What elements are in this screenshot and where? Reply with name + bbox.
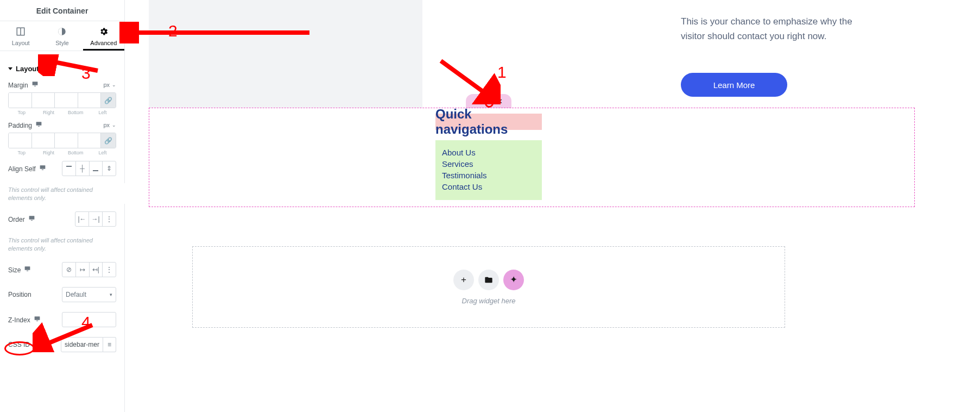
svg-rect-9 <box>29 216 34 220</box>
align-start[interactable] <box>62 161 76 176</box>
help-text-1: This control will affect contained eleme… <box>8 186 116 203</box>
section-layout-label: Layout <box>16 65 39 73</box>
margin-unit[interactable]: px⌄ <box>103 82 116 88</box>
desktop-icon[interactable] <box>34 315 41 322</box>
padding-bottom[interactable] <box>55 133 78 148</box>
quick-nav-list[interactable]: About Us Services Testimonials Contact U… <box>435 140 542 200</box>
learn-more-button[interactable]: Learn More <box>681 73 787 97</box>
svg-rect-11 <box>25 266 30 270</box>
lbl-top: Top <box>8 110 35 115</box>
lbl-bottom2: Bottom <box>62 150 90 155</box>
layout-icon <box>16 27 26 36</box>
tab-layout[interactable]: Layout <box>0 21 41 51</box>
padding-right[interactable] <box>32 133 55 148</box>
padding-unit[interactable]: px⌄ <box>103 122 116 128</box>
size-shrink[interactable]: ↤| <box>90 263 103 277</box>
cssid-input[interactable] <box>61 337 103 352</box>
position-label: Position <box>8 291 31 298</box>
svg-rect-7 <box>40 165 45 169</box>
size-none[interactable]: ⊘ <box>62 263 76 277</box>
svg-rect-10 <box>31 220 33 221</box>
desktop-icon[interactable] <box>31 80 39 88</box>
order-end[interactable]: →| <box>89 212 103 226</box>
close-icon[interactable]: ✕ <box>497 97 503 105</box>
zindex-label: Z-Index <box>8 315 41 324</box>
svg-rect-5 <box>36 122 42 126</box>
help-text-2: This control will affect contained eleme… <box>8 236 116 253</box>
padding-label: Padding <box>8 121 42 129</box>
size-options: ⊘ ↦ ↤| ⋮ <box>62 262 116 277</box>
annotation-oval-1 <box>484 96 494 108</box>
margin-link-icon[interactable]: 🔗 <box>101 93 116 108</box>
margin-left[interactable] <box>78 93 102 108</box>
add-widget-icon[interactable]: + <box>453 270 474 290</box>
image-placeholder[interactable] <box>149 0 422 108</box>
lbl-right2: Right <box>35 150 62 155</box>
nav-services[interactable]: Services <box>442 159 535 168</box>
nav-testimonials[interactable]: Testimonials <box>442 171 535 180</box>
order-start[interactable]: |← <box>75 212 89 226</box>
padding-inputs: 🔗 <box>8 133 116 148</box>
add-icon[interactable]: + <box>475 97 479 105</box>
drag-hint: Drag widget here <box>462 297 516 305</box>
widget-dropzone[interactable]: + ✦ Drag widget here <box>192 246 785 328</box>
promo-text[interactable]: This is your chance to emphasize why the… <box>681 14 855 43</box>
position-select[interactable]: Default▾ <box>62 287 116 302</box>
svg-rect-14 <box>36 320 38 321</box>
nav-about[interactable]: About Us <box>442 148 535 157</box>
quick-nav-heading[interactable]: Quick navigations <box>435 114 542 130</box>
annotation-1: 1 <box>497 63 507 82</box>
zindex-input[interactable] <box>62 312 116 327</box>
ai-icon[interactable]: ✦ <box>503 270 524 290</box>
svg-rect-8 <box>42 170 43 170</box>
align-end[interactable] <box>90 161 103 176</box>
size-grow[interactable]: ↦ <box>76 263 90 277</box>
align-center[interactable]: ┼ <box>76 161 90 176</box>
margin-label: Margin <box>8 80 39 89</box>
size-more[interactable]: ⋮ <box>103 263 116 277</box>
tab-advanced-label: Advanced <box>90 40 117 46</box>
size-label: Size <box>8 265 31 274</box>
svg-rect-13 <box>34 316 40 320</box>
alignself-label: Align Self <box>8 164 46 173</box>
tab-layout-label: Layout <box>12 40 30 46</box>
lbl-left2: Left <box>89 150 116 155</box>
svg-line-18 <box>441 61 489 96</box>
annotation-oval-4 <box>4 341 35 355</box>
desktop-icon[interactable] <box>24 265 31 272</box>
padding-top[interactable] <box>9 133 32 148</box>
align-stretch[interactable]: ⇕ <box>103 161 116 176</box>
caret-down-icon <box>8 67 12 70</box>
panel-title: Edit Container <box>0 0 124 21</box>
svg-rect-12 <box>27 270 28 271</box>
editor-canvas: This is your chance to emphasize why the… <box>125 0 980 412</box>
alignself-options: ┼ ⇕ <box>62 161 116 176</box>
order-label: Order <box>8 215 35 223</box>
tab-style-label: Style <box>55 40 68 46</box>
lbl-left: Left <box>89 110 116 115</box>
svg-rect-4 <box>34 86 36 86</box>
order-more[interactable]: ⋮ <box>103 212 116 226</box>
nav-contact[interactable]: Contact Us <box>442 182 535 191</box>
tab-advanced[interactable]: Advanced <box>83 21 124 51</box>
order-options: |← →| ⋮ <box>75 211 116 227</box>
dynamic-icon[interactable]: ≡ <box>103 337 116 352</box>
desktop-icon[interactable] <box>39 164 46 171</box>
margin-bottom[interactable] <box>55 93 78 108</box>
margin-inputs: 🔗 <box>8 92 116 108</box>
padding-link-icon[interactable]: 🔗 <box>101 133 116 148</box>
tab-style[interactable]: Style <box>41 21 83 51</box>
section-layout-toggle[interactable]: Layout <box>8 59 116 80</box>
panel-tabs: Layout Style Advanced <box>0 21 124 51</box>
folder-icon[interactable] <box>478 270 499 290</box>
desktop-icon[interactable] <box>28 215 35 222</box>
desktop-icon[interactable] <box>35 121 42 128</box>
gear-icon <box>99 27 109 36</box>
margin-right[interactable] <box>32 93 55 108</box>
padding-left[interactable] <box>78 133 102 148</box>
svg-rect-3 <box>32 82 37 85</box>
lbl-right: Right <box>35 110 62 115</box>
lbl-bottom: Bottom <box>62 110 90 115</box>
margin-top[interactable] <box>9 93 32 108</box>
lbl-top2: Top <box>8 150 35 155</box>
